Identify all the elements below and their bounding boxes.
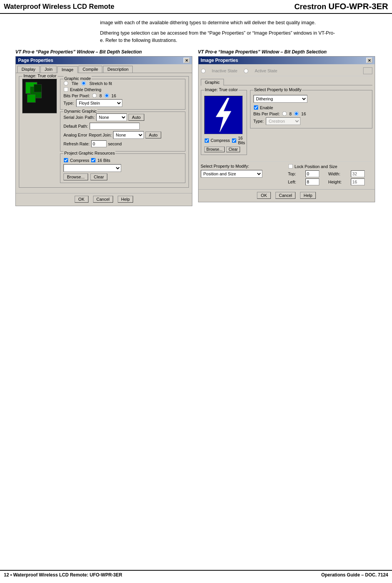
right-image-placeholder xyxy=(204,96,243,134)
right-dialog-right: Select Property to Modify Dithering Enab… xyxy=(250,90,372,157)
tab-join[interactable]: Join xyxy=(40,66,57,73)
project-group-title: Project Graphic Resources xyxy=(63,151,115,155)
lock-row: Lock Position and Size xyxy=(288,164,372,169)
right-enable-checkbox[interactable] xyxy=(254,105,258,110)
refresh-rate-label: Refresh Rate: xyxy=(63,142,90,146)
default-path-row: Default Path: xyxy=(63,123,182,130)
inactive-active-row: Inactive State Active State xyxy=(201,66,372,76)
project-resource-select[interactable] xyxy=(63,164,121,172)
compress-checkbox[interactable] xyxy=(64,158,68,163)
bits16-checkbox[interactable] xyxy=(91,158,96,163)
dynamic-group-title: Dynamic Graphic xyxy=(63,109,97,113)
right-image-group: Image: True color xyxy=(201,90,247,155)
height-label: Height: xyxy=(328,180,349,184)
right-dialog-left: Image: True color xyxy=(201,90,247,157)
right-type-select[interactable]: Crestron xyxy=(266,117,300,125)
right-enable-label: Enable xyxy=(260,105,273,110)
left-image-group: Image: True color xyxy=(19,76,189,188)
enable-dithering-row: Enable Dithering xyxy=(63,87,182,92)
top-input[interactable] xyxy=(305,170,319,177)
left-browse-button[interactable]: Browse... xyxy=(63,173,88,180)
enable-dithering-checkbox[interactable] xyxy=(64,87,68,92)
active-radio[interactable] xyxy=(244,68,249,73)
left-dialog-close[interactable]: ✕ xyxy=(183,58,190,63)
right-help-button[interactable]: Help xyxy=(300,192,316,199)
tab-image[interactable]: Image xyxy=(57,66,78,73)
left-coord-input[interactable] xyxy=(305,178,319,185)
intro-line1: image with each of the available ditheri… xyxy=(100,19,339,27)
right-bits16-checkbox[interactable] xyxy=(232,138,236,143)
right-clear-button[interactable]: Clear xyxy=(226,147,240,152)
default-path-label: Default Path: xyxy=(63,124,88,128)
analog-select[interactable]: None xyxy=(113,131,144,139)
svg-rect-4 xyxy=(34,85,42,92)
left-help-button[interactable]: Help xyxy=(118,196,133,203)
dynamic-graphic-group: Dynamic Graphic Serial Join Path: None A… xyxy=(60,112,185,152)
lock-position-checkbox[interactable] xyxy=(288,164,293,169)
right-dialog-inner: Image: True color xyxy=(201,88,372,160)
right-radio-16-label: 16 xyxy=(301,112,306,116)
right-dialog-close[interactable]: ✕ xyxy=(366,58,372,63)
tab-compile[interactable]: Compile xyxy=(78,66,102,73)
footer-left: 12 • Waterproof Wireless LCD Remote: UFO… xyxy=(4,572,122,578)
select-property-title: Select Property to Modify xyxy=(254,87,302,92)
width-input[interactable] xyxy=(351,170,365,177)
right-ok-button[interactable]: OK xyxy=(257,192,271,199)
type-select[interactable]: Floyd Stein xyxy=(76,99,122,107)
right-compress-checkbox[interactable] xyxy=(204,138,209,143)
report-join-label: Report Join: xyxy=(89,133,112,137)
left-clear-button[interactable]: Clear xyxy=(90,173,107,180)
tab-description[interactable]: Description xyxy=(103,66,133,73)
position-size-select[interactable]: Position and Size xyxy=(201,170,262,178)
radio-bpp-8[interactable] xyxy=(92,93,97,98)
radio-bpp-16[interactable] xyxy=(104,93,109,98)
left-image-placeholder xyxy=(22,79,57,113)
left-ok-button[interactable]: OK xyxy=(75,196,88,203)
right-compress-label: Compress xyxy=(211,138,230,143)
right-cancel-button[interactable]: Cancel xyxy=(275,192,295,199)
page-header: Waterproof Wireless LCD Remote Crestron … xyxy=(0,0,392,14)
dithering-select[interactable]: Dithering xyxy=(254,95,307,103)
left-dialog-titlebar: Page Properties ✕ xyxy=(16,57,192,64)
left-dialog-tabs: Display Join Image Compile Description xyxy=(16,64,192,73)
radio-bpp-8-label: 8 xyxy=(99,93,102,98)
bits-per-pixel-label: Bits Per Pixel: xyxy=(63,93,90,98)
height-input[interactable] xyxy=(351,178,365,185)
right-image-label: Image: True color xyxy=(204,87,239,92)
lower-left: Select Property to Modify: Position and … xyxy=(201,164,285,178)
serial-join-select[interactable]: None xyxy=(96,113,127,121)
compress-row: Compress 16 Bits xyxy=(63,158,182,163)
inactive-radio[interactable] xyxy=(201,68,205,73)
page-footer: 12 • Waterproof Wireless LCD Remote: UFO… xyxy=(0,570,392,579)
serial-auto-button[interactable]: Auto xyxy=(128,114,144,121)
right-browse-button[interactable]: Browse... xyxy=(204,147,225,152)
intro-line2: Dithering type selection can be accessed… xyxy=(100,30,339,44)
right-type-label: Type: xyxy=(254,119,264,123)
tab-display[interactable]: Display xyxy=(17,66,40,73)
right-dialog-buttons: OK Cancel Help xyxy=(199,189,375,202)
top-label: Top: xyxy=(288,172,304,176)
right-dialog-titlebar: Image Properties ✕ xyxy=(199,57,375,64)
svg-rect-3 xyxy=(27,94,36,103)
right-bits16-label: 16 Bits xyxy=(238,136,245,145)
left-dialog-buttons: OK Cancel Help xyxy=(16,193,192,206)
default-path-input[interactable] xyxy=(90,123,140,130)
right-radio-16[interactable] xyxy=(294,112,299,116)
tab-graphic[interactable]: Graphic xyxy=(201,79,224,86)
refresh-rate-input[interactable] xyxy=(91,140,107,147)
analog-auto-button[interactable]: Auto xyxy=(145,132,161,138)
header-right-prefix: Crestron xyxy=(294,2,329,11)
serial-join-label: Serial Join xyxy=(63,115,83,120)
right-radio-8[interactable] xyxy=(282,112,287,116)
left-right-panel: Graphic mode Tile Stretch to fit xyxy=(60,79,185,185)
left-window-col: VT Pro-e “Page Properties” Window – Bit … xyxy=(15,49,194,206)
radio-row-stretch: Tile Stretch to fit xyxy=(63,81,182,86)
right-enable-row: Enable xyxy=(254,105,369,110)
serial-join-row: Serial Join Path: None Auto xyxy=(63,113,182,121)
radio-stretch[interactable] xyxy=(82,81,86,86)
radio-tile[interactable] xyxy=(64,81,68,86)
right-bits-row: Bits Per Pixel: 8 16 xyxy=(254,111,369,116)
left-cancel-button[interactable]: Cancel xyxy=(93,196,113,203)
left-dialog-title: Page Properties xyxy=(18,58,53,63)
right-radio-8-label: 8 xyxy=(289,112,292,116)
